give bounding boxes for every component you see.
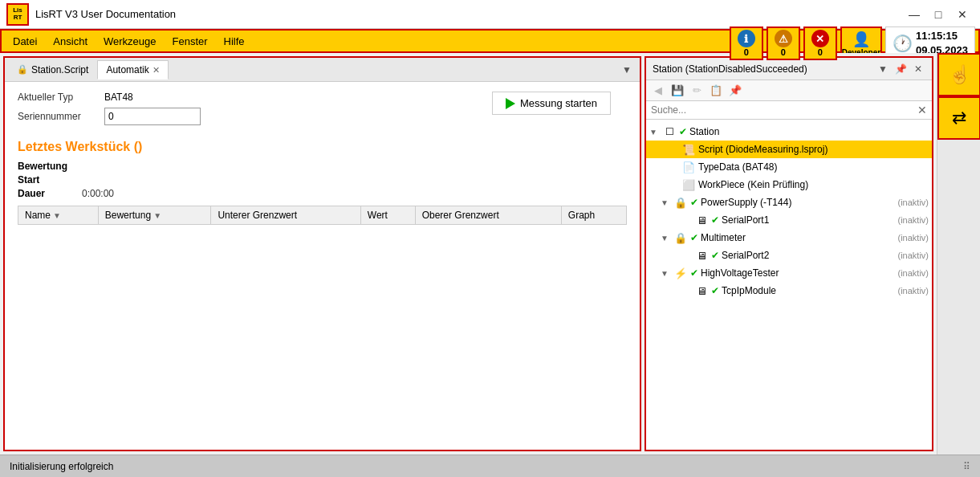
maximize-button[interactable]: □: [927, 5, 950, 24]
menu-bar: Datei Ansicht Werkzeuge Fenster Hilfe ℹ …: [0, 29, 980, 53]
bewertung-row: Bewertung: [18, 161, 627, 172]
menu-hilfe[interactable]: Hilfe: [216, 32, 253, 51]
expand-serialport2-icon: ▶: [681, 251, 694, 260]
tab-dropdown[interactable]: ▼: [617, 64, 636, 75]
toolbar-save-btn[interactable]: 💾: [669, 83, 686, 99]
tree-item-highvoltage[interactable]: ▼ ⚡ ✔ HighVoltageTester (inaktiv): [646, 264, 932, 282]
tab-close-icon[interactable]: ✕: [152, 65, 160, 75]
error-button[interactable]: ✕ 0: [803, 26, 837, 60]
serialport2-label: SerialPort2: [722, 250, 894, 261]
menu-datei[interactable]: Datei: [5, 32, 45, 51]
tab-station-script-label: Station.Script: [31, 64, 88, 75]
tcpip-check-icon: ✔: [711, 285, 719, 296]
tcpip-label: TcpIpModule: [722, 285, 894, 296]
minimize-button[interactable]: —: [903, 5, 925, 24]
resize-handle[interactable]: ⠿: [963, 461, 970, 472]
pin-icon[interactable]: 📌: [893, 62, 908, 76]
col-unterer[interactable]: Unterer Grenzwert: [211, 206, 360, 225]
toolbar-back-btn[interactable]: ◀: [649, 83, 667, 99]
station-checkbox-icon: ☐: [662, 124, 677, 139]
main-content: 🔒 Station.Script Automatik ✕ ▼ Aktueller…: [0, 53, 980, 455]
expand-typedata-icon: ▶: [669, 163, 681, 172]
powersupply-check-icon: ✔: [690, 197, 698, 208]
menu-ansicht[interactable]: Ansicht: [45, 32, 96, 51]
tree-item-workpiece[interactable]: ▶ ⬜ WorkPiece (Kein Prüfling): [646, 176, 932, 194]
dropdown-icon[interactable]: ▼: [876, 62, 890, 76]
col-graph[interactable]: Graph: [561, 206, 626, 225]
tab-automatik[interactable]: Automatik ✕: [97, 60, 168, 80]
workpiece-label: WorkPiece (Kein Prüfling): [698, 179, 929, 190]
highvoltage-label: HighVoltageTester: [701, 267, 894, 279]
tree-item-serialport2[interactable]: ▶ 🖥 ✔ SerialPort2 (inaktiv): [646, 247, 932, 264]
warn-count: 0: [781, 47, 786, 57]
serialport1-label: SerialPort1: [722, 214, 894, 226]
touch-sidebar-button[interactable]: ☝: [937, 53, 980, 96]
expand-station-icon[interactable]: ▼: [649, 128, 662, 137]
seriennummer-input[interactable]: [104, 108, 201, 125]
serialport2-check-icon: ✔: [711, 250, 719, 261]
toolbar-edit-btn[interactable]: ✏: [688, 83, 706, 99]
left-content: Aktueller Typ BAT48 Seriennummer Messung…: [5, 82, 640, 450]
sidebar-empty: [937, 140, 980, 455]
col-bewertung[interactable]: Bewertung▼: [98, 206, 211, 225]
tree-item-typedata[interactable]: ▶ 📄 TypeData (BAT48): [646, 158, 932, 176]
app-logo: LisRT: [6, 3, 29, 26]
warn-button[interactable]: ⚠ 0: [767, 26, 800, 60]
play-icon: [506, 98, 515, 109]
close-button[interactable]: ✕: [951, 5, 974, 24]
lock-icon: 🔒: [17, 64, 28, 75]
expand-multimeter-icon[interactable]: ▼: [661, 234, 673, 243]
search-input[interactable]: [651, 104, 917, 116]
toolbar-pin2-btn[interactable]: 📌: [726, 83, 744, 99]
serialport2-badge: (inaktiv): [897, 251, 929, 260]
tree-item-serialport1[interactable]: ▶ 🖥 ✔ SerialPort1 (inaktiv): [646, 211, 932, 229]
expand-highvoltage-icon[interactable]: ▼: [661, 269, 673, 278]
left-panel: 🔒 Station.Script Automatik ✕ ▼ Aktueller…: [3, 56, 641, 451]
col-wert[interactable]: Wert: [360, 206, 415, 225]
station-label: Station: [689, 126, 929, 137]
expand-workpiece-icon: ▶: [669, 181, 681, 190]
warn-icon: ⚠: [775, 30, 792, 47]
col-name[interactable]: Name▼: [18, 206, 99, 225]
table-header-row: Name▼ Bewertung▼ Unterer Grenzwert Wert …: [18, 206, 627, 225]
tree-item-station[interactable]: ▼ ☐ ✔ Station: [646, 123, 932, 141]
clock-icon: 🕐: [893, 34, 913, 53]
tree-item-tcpip[interactable]: ▶ 🖥 ✔ TcpIpModule (inaktiv): [646, 282, 932, 300]
tree-item-script[interactable]: ▶ 📜 Script (DiodeMeasuring.lsproj): [646, 141, 932, 158]
highvoltage-check-icon: ✔: [690, 267, 698, 279]
tab-station-script[interactable]: 🔒 Station.Script: [8, 60, 97, 80]
tree-item-multimeter[interactable]: ▼ 🔒 ✔ Multimeter (inaktiv): [646, 229, 932, 247]
close-panel-button[interactable]: ✕: [911, 62, 925, 76]
menu-fenster[interactable]: Fenster: [165, 32, 216, 51]
toolbar-copy-btn[interactable]: 📋: [707, 83, 725, 99]
highvoltage-icon: ⚡: [673, 266, 688, 280]
multimeter-badge: (inaktiv): [897, 233, 929, 243]
tree-item-powersupply[interactable]: ▼ 🔒 ✔ PowerSupply (-T144) (inaktiv): [646, 194, 932, 211]
tcpip-badge: (inaktiv): [897, 286, 929, 296]
col-oberer[interactable]: Oberer Grenzwert: [415, 206, 561, 225]
aktueller-typ-value: BAT48: [104, 92, 133, 103]
expand-serialport1-icon: ▶: [681, 216, 694, 225]
expand-powersupply-icon[interactable]: ▼: [661, 198, 673, 207]
window-controls: — □ ✕: [903, 5, 974, 24]
touch-icon: ☝: [949, 64, 970, 85]
info-icon: ℹ: [738, 30, 755, 47]
serialport1-check-icon: ✔: [711, 214, 719, 226]
arrows-sidebar-button[interactable]: ⇄: [937, 96, 980, 140]
powersupply-label: PowerSupply (-T144): [701, 197, 894, 208]
expand-tcpip-icon: ▶: [681, 287, 694, 296]
arrows-icon: ⇄: [952, 108, 966, 128]
script-icon: 📜: [681, 142, 696, 157]
right-panel-toolbar: ◀ 💾 ✏ 📋 📌: [646, 80, 932, 101]
tree-area: ▼ ☐ ✔ Station ▶ 📜 Script (DiodeMeasuring…: [646, 120, 932, 450]
tcpip-icon: 🖥: [694, 283, 709, 298]
search-clear-icon[interactable]: ✕: [917, 104, 927, 116]
start-label: Start: [18, 174, 82, 186]
workpiece-icon: ⬜: [681, 177, 696, 192]
info-button[interactable]: ℹ 0: [730, 26, 763, 60]
clock-time: 11:15:15: [916, 29, 968, 43]
error-icon: ✕: [811, 30, 829, 47]
messung-starten-label: Messung starten: [520, 97, 597, 109]
menu-werkzeuge[interactable]: Werkzeuge: [96, 32, 165, 51]
messung-starten-button[interactable]: Messung starten: [492, 92, 611, 115]
